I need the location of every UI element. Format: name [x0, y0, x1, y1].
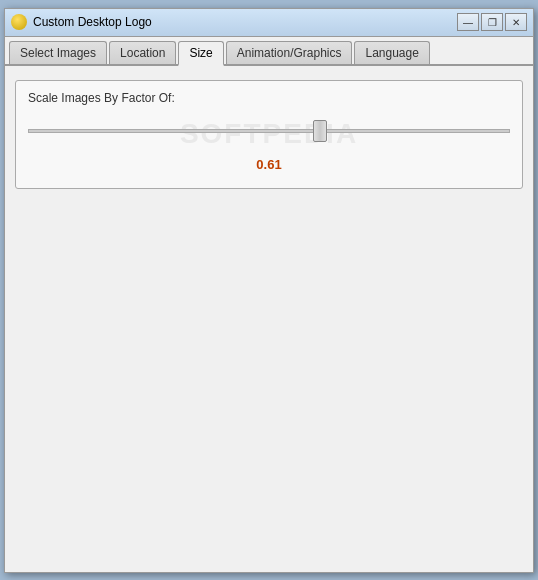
tab-animation-graphics[interactable]: Animation/Graphics — [226, 41, 353, 64]
restore-button[interactable]: ❐ — [481, 13, 503, 31]
tab-size[interactable]: Size — [178, 41, 223, 66]
minimize-button[interactable]: — — [457, 13, 479, 31]
group-label: Scale Images By Factor Of: — [28, 91, 510, 105]
content-area: SOFTPEDIA Scale Images By Factor Of: 0.6… — [5, 66, 533, 572]
app-icon — [11, 14, 27, 30]
title-buttons: — ❐ ✕ — [457, 13, 527, 31]
slider-container — [28, 117, 510, 145]
tab-location[interactable]: Location — [109, 41, 176, 64]
main-window: Custom Desktop Logo — ❐ ✕ Select Images … — [4, 8, 534, 573]
tab-bar: Select Images Location Size Animation/Gr… — [5, 37, 533, 66]
window-title: Custom Desktop Logo — [33, 15, 457, 29]
slider-value: 0.61 — [28, 157, 510, 172]
title-bar: Custom Desktop Logo — ❐ ✕ — [5, 9, 533, 37]
close-button[interactable]: ✕ — [505, 13, 527, 31]
tab-language[interactable]: Language — [354, 41, 429, 64]
scale-group-box: SOFTPEDIA Scale Images By Factor Of: 0.6… — [15, 80, 523, 189]
tab-select-images[interactable]: Select Images — [9, 41, 107, 64]
scale-slider[interactable] — [28, 129, 510, 133]
